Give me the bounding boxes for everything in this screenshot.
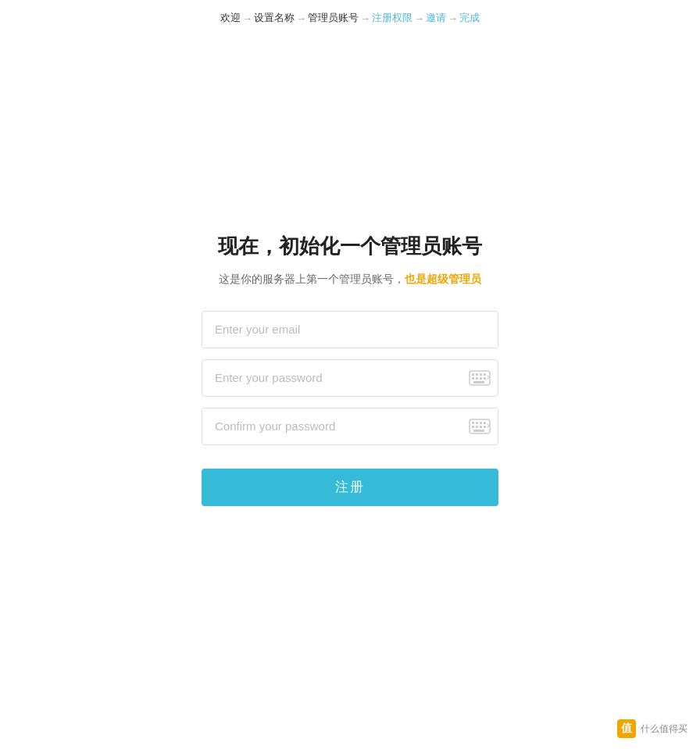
page-subtitle: 这是你的服务器上第一个管理员账号，也是超级管理员 [219, 271, 481, 287]
confirm-password-input[interactable] [202, 408, 498, 445]
watermark: 值 什么值得买 [617, 719, 688, 738]
breadcrumb-step-register[interactable]: 注册权限 [372, 11, 412, 25]
breadcrumb-step-admin: 管理员账号 [308, 11, 359, 25]
breadcrumb-step-invite[interactable]: 邀请 [426, 11, 446, 25]
breadcrumb-step-welcome: 欢迎 [220, 11, 241, 25]
breadcrumb-arrow-1: → [242, 12, 252, 24]
submit-button[interactable]: 注册 [202, 469, 498, 506]
breadcrumb-arrow-5: → [448, 12, 458, 24]
watermark-text: 什么值得买 [641, 722, 688, 736]
breadcrumb-arrow-2: → [296, 12, 306, 24]
email-input[interactable] [202, 311, 498, 348]
subtitle-highlight: 也是超级管理员 [405, 273, 481, 285]
breadcrumb: 欢迎 → 设置名称 → 管理员账号 → 注册权限 → 邀请 → 完成 [220, 11, 480, 25]
password-field-group [202, 359, 498, 397]
page-title: 现在，初始化一个管理员账号 [218, 233, 482, 260]
breadcrumb-step-done[interactable]: 完成 [459, 11, 480, 25]
breadcrumb-arrow-3: → [360, 12, 370, 24]
main-form-container: 现在，初始化一个管理员账号 这是你的服务器上第一个管理员账号，也是超级管理员 [202, 233, 498, 506]
breadcrumb-arrow-4: → [414, 12, 424, 24]
confirm-password-field-group [202, 408, 498, 445]
subtitle-text: 这是你的服务器上第一个管理员账号， [219, 273, 405, 285]
password-input[interactable] [202, 359, 498, 397]
watermark-icon: 值 [617, 719, 636, 738]
email-field-group [202, 311, 498, 348]
breadcrumb-step-name: 设置名称 [254, 11, 295, 25]
